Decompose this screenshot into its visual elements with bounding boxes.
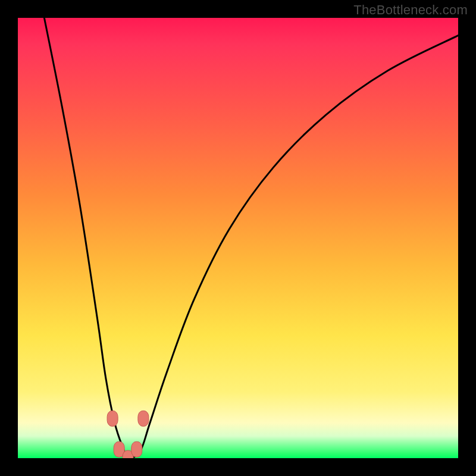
chart-frame: TheBottleneck.com bbox=[0, 0, 476, 476]
balance-marker bbox=[138, 411, 149, 426]
bottleneck-curve bbox=[44, 18, 458, 458]
balance-marker bbox=[107, 411, 118, 426]
curve-layer bbox=[18, 18, 458, 458]
attribution-text: TheBottleneck.com bbox=[353, 2, 468, 18]
plot-area bbox=[18, 18, 458, 458]
balance-markers bbox=[107, 411, 149, 458]
balance-marker bbox=[131, 441, 142, 457]
